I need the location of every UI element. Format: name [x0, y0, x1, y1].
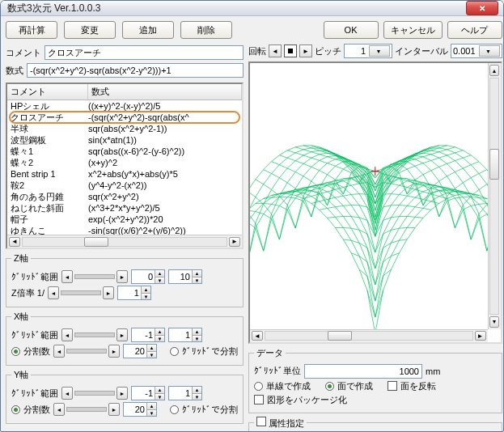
z-grid-range-label: ｸﾞﾘｯﾄﾞ範囲 — [11, 271, 58, 283]
main-window: 数式3次元 Ver.1.0.0.3 ✕ 再計算 変更 追加 削除 コメント 数式… — [0, 0, 504, 432]
titlebar[interactable]: 数式3次元 Ver.1.0.0.3 ✕ — [1, 1, 503, 16]
x-legend: X軸 — [11, 311, 31, 323]
table-row[interactable]: ねじれた斜面(x^3+2*x*y+y^2)/5 — [7, 202, 242, 214]
interval-label: インターバル — [395, 45, 448, 57]
hscroll-thumb[interactable] — [328, 331, 352, 341]
y-max-spin[interactable]: ▲▼ — [168, 386, 202, 400]
surface-radio[interactable] — [325, 382, 334, 391]
table-row[interactable]: ゆきんこ-sin(sqr((x/6)^2+(y/6)^2)) — [7, 225, 242, 235]
hscroll-thumb[interactable] — [84, 237, 108, 247]
y-griddiv-radio[interactable] — [170, 405, 179, 414]
vscroll-up-icon[interactable]: ▲ — [489, 65, 499, 76]
table-row[interactable]: 角のある円錐sqr(x^2+y^2) — [7, 191, 242, 202]
grid-unit-suffix: mm — [426, 366, 440, 376]
viewport-vscroll[interactable]: ▲ ▼ — [488, 63, 501, 329]
window-title: 数式3次元 Ver.1.0.0.3 — [7, 2, 466, 15]
rotate-stop-button[interactable] — [284, 44, 297, 57]
recalc-button[interactable]: 再計算 — [6, 21, 57, 39]
expr-label: 数式 — [6, 65, 23, 77]
help-button[interactable]: ヘルプ — [447, 21, 502, 39]
list-col-expr[interactable]: 数式 — [88, 84, 242, 100]
y-div-spin[interactable]: ▲▼ — [123, 402, 157, 417]
y-div-radio[interactable] — [11, 405, 20, 414]
x-div-spin[interactable]: ▲▼ — [123, 344, 157, 358]
rotate-prev-button[interactable]: ◄ — [269, 44, 282, 57]
x-grid-range-label: ｸﾞﾘｯﾄﾞ範囲 — [11, 329, 58, 341]
table-row[interactable]: Bent strip 1x^2+abs(y*x)+abs(y)*5 — [7, 168, 242, 180]
delete-button[interactable]: 削除 — [180, 21, 232, 39]
z-legend: Z軸 — [11, 252, 31, 265]
hscroll-track[interactable] — [265, 331, 473, 341]
cancel-button[interactable]: キャンセル — [383, 21, 443, 39]
z-scale-spin[interactable]: ▲▼ — [117, 286, 151, 300]
flip-face-label: 面を反転 — [400, 380, 436, 392]
table-row[interactable]: 波型鋼板sin(x*atn(1)) — [7, 134, 242, 146]
table-row[interactable]: 蝶々1sqr(abs((x-6)^2-(y-6)^2)) — [7, 146, 242, 157]
hscroll-track[interactable] — [22, 237, 227, 247]
list-col-comment[interactable]: コメント — [7, 84, 88, 100]
ok-button[interactable]: OK — [324, 21, 379, 39]
y-min-spin[interactable]: ▲▼ — [131, 386, 165, 400]
table-row[interactable]: 半球sqr(abs(x^2+y^2-1)) — [7, 123, 242, 134]
y-legend: Y軸 — [11, 369, 31, 381]
rotate-next-button[interactable]: ► — [299, 44, 312, 57]
comment-input[interactable] — [44, 45, 244, 60]
scroll-left-icon[interactable]: ◄ — [9, 237, 20, 247]
y-axis-group: Y軸 ｸﾞﾘｯﾄﾞ範囲 ◄► ▲▼ ▲▼ 分割数 ◄► ▲▼ ｸﾞﾘｯﾄﾞで分割 — [6, 369, 244, 424]
z-axis-group: Z軸 ｸﾞﾘｯﾄﾞ範囲 ◄► ▲▼ ▲▼ Z倍率 1/ ◄► ▲▼ — [6, 252, 244, 307]
list-header: コメント 数式 — [7, 84, 242, 100]
z-scale-label: Z倍率 1/ — [11, 287, 44, 299]
list-body[interactable]: HPシェル((x+y)^2-(x-y)^2)/5クロスアーチ-(sqr(x^2+… — [7, 100, 242, 235]
x-range-slider[interactable]: ◄► — [61, 328, 128, 341]
viewport-hscroll[interactable]: ◄ ► — [250, 329, 488, 342]
grid-unit-input[interactable] — [304, 364, 422, 379]
pitch-select[interactable]: 1▼ — [344, 44, 392, 58]
table-row[interactable]: 帽子exp(-(x^2+y^2))*20 — [7, 214, 242, 225]
pitch-label: ピッチ — [315, 45, 341, 57]
x-griddiv-radio[interactable] — [170, 347, 179, 356]
x-div-slider[interactable]: ◄► — [53, 345, 120, 358]
x-griddiv-label: ｸﾞﾘｯﾄﾞで分割 — [182, 345, 238, 358]
y-grid-range-label: ｸﾞﾘｯﾄﾞ範囲 — [11, 388, 58, 400]
table-row[interactable]: 蝶々2(x+y)^2 — [7, 157, 242, 168]
z-min-spin[interactable]: ▲▼ — [131, 269, 165, 284]
z-scale-slider[interactable]: ◄► — [48, 286, 114, 299]
z-max-spin[interactable]: ▲▼ — [168, 269, 202, 284]
add-button[interactable]: 追加 — [122, 21, 174, 39]
change-button[interactable]: 変更 — [64, 21, 116, 39]
y-range-slider[interactable]: ◄► — [61, 387, 128, 400]
package-checkbox[interactable] — [254, 395, 264, 404]
interval-select[interactable]: 0.001▼ — [451, 44, 502, 58]
rotation-label: 回転 — [248, 45, 266, 57]
attr-legend: 属性指定 — [254, 417, 307, 430]
vscroll-thumb[interactable] — [489, 149, 499, 180]
x-div-radio[interactable] — [11, 347, 20, 356]
close-button[interactable]: ✕ — [466, 1, 498, 15]
hscroll-right-icon[interactable]: ► — [475, 331, 486, 341]
y-div-label: 分割数 — [23, 404, 50, 416]
vscroll-down-icon[interactable]: ▼ — [489, 316, 499, 328]
x-axis-group: X軸 ｸﾞﾘｯﾄﾞ範囲 ◄► ▲▼ ▲▼ 分割数 ◄► ▲▼ ｸﾞﾘｯﾄﾞで分割 — [6, 311, 244, 366]
formula-list[interactable]: コメント 数式 HPシェル((x+y)^2-(x-y)^2)/5クロスアーチ-(… — [6, 83, 244, 249]
right-panel: OK キャンセル ヘルプ 回転 ◄ ► ピッチ 1▼ インターバル 0.001▼… — [248, 21, 502, 432]
attr-enable-checkbox[interactable] — [256, 417, 266, 426]
y-griddiv-label: ｸﾞﾘｯﾄﾞで分割 — [182, 404, 238, 416]
x-max-spin[interactable]: ▲▼ — [168, 328, 202, 342]
z-range-slider[interactable]: ◄► — [61, 270, 128, 283]
flip-face-checkbox[interactable] — [388, 381, 397, 391]
left-panel: 再計算 変更 追加 削除 コメント 数式 コメント 数式 HPシェル((x+y)… — [6, 21, 244, 432]
viewport-3d[interactable]: ▲ ▼ ◄ ► — [248, 61, 502, 344]
data-group: データ ｸﾞﾘｯﾄﾞ単位 mm 単線で作成 面で作成 面を反転 — [248, 347, 502, 413]
list-hscroll[interactable]: ◄ ► — [7, 235, 242, 248]
y-div-slider[interactable]: ◄► — [53, 403, 120, 416]
surface-label: 面で作成 — [337, 380, 373, 392]
table-row[interactable]: 鞍2(y^4-y^2-(x^2)) — [7, 180, 242, 191]
x-min-spin[interactable]: ▲▼ — [131, 328, 165, 342]
single-line-radio[interactable] — [254, 382, 263, 391]
table-row[interactable]: クロスアーチ-(sqr(x^2+y^2)-sqr(abs(x^ — [7, 112, 242, 123]
table-row[interactable]: HPシェル((x+y)^2-(x-y)^2)/5 — [7, 100, 242, 112]
expr-input[interactable] — [27, 63, 244, 78]
hscroll-left-icon[interactable]: ◄ — [252, 331, 263, 341]
scroll-right-icon[interactable]: ► — [229, 237, 240, 247]
vscroll-track[interactable] — [489, 78, 499, 315]
